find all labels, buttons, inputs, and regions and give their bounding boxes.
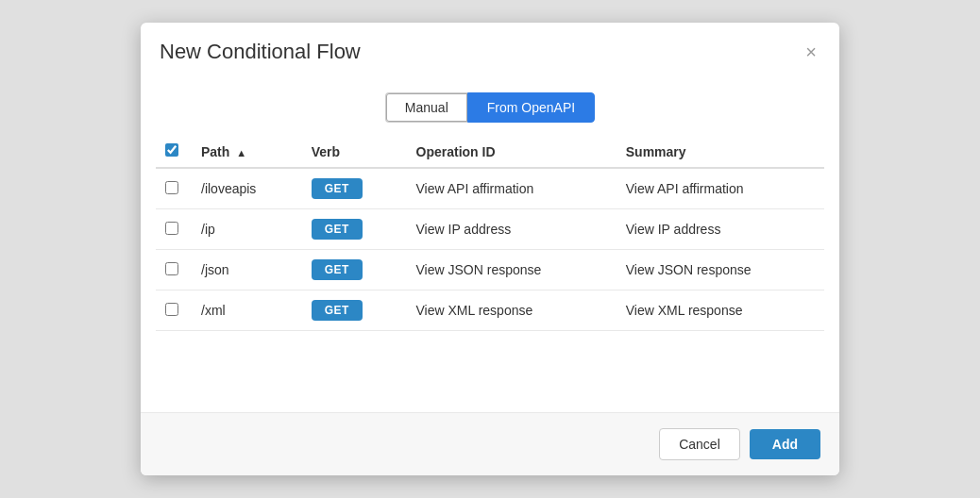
- sort-arrow: ▲: [236, 147, 246, 158]
- close-button[interactable]: ×: [802, 41, 820, 63]
- new-conditional-flow-dialog: New Conditional Flow × Manual From OpenA…: [141, 23, 839, 475]
- col-operation-id: Operation ID: [405, 136, 615, 168]
- row-summary: View XML response: [615, 290, 824, 331]
- col-verb: Verb: [300, 136, 405, 168]
- tab-from-openapi[interactable]: From OpenAPI: [467, 92, 595, 123]
- verb-badge: GET: [312, 300, 363, 321]
- row-checkbox-cell: [156, 250, 190, 290]
- table-row: /json GET View JSON response View JSON r…: [156, 250, 824, 290]
- row-path: /iloveapis: [190, 168, 300, 209]
- api-table: Path ▲ Verb Operation ID Summary /ilovea…: [156, 136, 824, 331]
- row-summary: View JSON response: [615, 250, 824, 290]
- cancel-button[interactable]: Cancel: [659, 428, 740, 460]
- table-row: /iloveapis GET View API affirmation View…: [156, 168, 824, 209]
- row-summary: View IP address: [615, 209, 824, 250]
- row-checkbox-cell: [156, 290, 190, 331]
- select-all-checkbox[interactable]: [165, 143, 178, 157]
- dialog-title: New Conditional Flow: [160, 40, 361, 64]
- api-table-wrapper: Path ▲ Verb Operation ID Summary /ilovea…: [141, 136, 839, 412]
- verb-badge: GET: [312, 178, 363, 199]
- row-operation-id: View JSON response: [405, 250, 615, 290]
- row-checkbox-cell: [156, 168, 190, 209]
- dialog-header: New Conditional Flow ×: [141, 23, 839, 77]
- row-operation-id: View IP address: [405, 209, 615, 250]
- row-verb: GET: [300, 290, 405, 331]
- row-checkbox-1[interactable]: [165, 222, 178, 235]
- row-checkbox-3[interactable]: [165, 303, 178, 316]
- verb-badge: GET: [312, 259, 363, 280]
- row-verb: GET: [300, 168, 405, 209]
- row-path: /json: [190, 250, 300, 290]
- row-checkbox-2[interactable]: [165, 262, 178, 275]
- tab-manual[interactable]: Manual: [385, 92, 467, 123]
- verb-badge: GET: [312, 219, 363, 240]
- row-checkbox-cell: [156, 209, 190, 250]
- row-summary: View API affirmation: [615, 168, 824, 209]
- row-verb: GET: [300, 250, 405, 290]
- select-all-col: [156, 136, 190, 168]
- add-button[interactable]: Add: [750, 429, 820, 459]
- dialog-body: Manual From OpenAPI Path ▲ Verb Operatio…: [141, 77, 839, 412]
- row-checkbox-0[interactable]: [165, 181, 178, 194]
- row-verb: GET: [300, 209, 405, 250]
- row-operation-id: View XML response: [405, 290, 615, 331]
- col-summary: Summary: [615, 136, 824, 168]
- col-path: Path ▲: [190, 136, 300, 168]
- table-body: /iloveapis GET View API affirmation View…: [156, 168, 824, 331]
- dialog-footer: Cancel Add: [141, 412, 839, 475]
- row-path: /ip: [190, 209, 300, 250]
- table-header-row: Path ▲ Verb Operation ID Summary: [156, 136, 824, 168]
- row-operation-id: View API affirmation: [405, 168, 615, 209]
- table-row: /xml GET View XML response View XML resp…: [156, 290, 824, 331]
- table-row: /ip GET View IP address View IP address: [156, 209, 824, 250]
- row-path: /xml: [190, 290, 300, 331]
- tab-row: Manual From OpenAPI: [141, 77, 839, 136]
